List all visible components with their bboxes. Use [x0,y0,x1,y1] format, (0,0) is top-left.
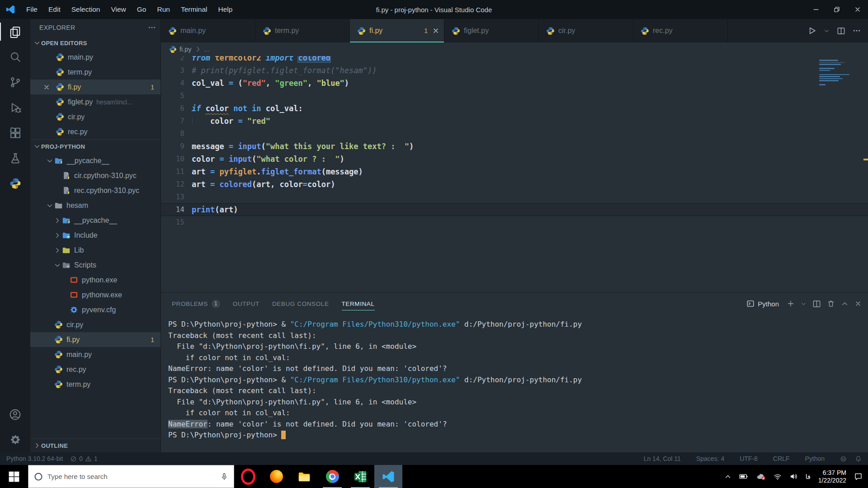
status-crlf[interactable]: CRLF [773,455,790,462]
panel-tab-terminal[interactable]: TERMINAL [342,293,375,314]
panel-tab-output[interactable]: OUTPUT [233,293,259,314]
taskbar-clock[interactable]: 6:37 PM 1/22/2022 [818,469,846,484]
open-editor-fi.py[interactable]: fi.py1 [30,80,160,94]
breadcrumb-file[interactable]: fi.py [179,46,192,53]
taskbar-search-box[interactable]: Type here to search [28,465,234,488]
maximize-button[interactable] [826,0,847,19]
start-button[interactable] [0,465,28,488]
activity-run-debug[interactable] [0,95,30,120]
close-icon[interactable] [43,84,50,91]
wifi-icon[interactable] [774,473,782,481]
run-button[interactable] [807,26,816,35]
open-editor-rec.py[interactable]: rec.py [30,124,160,139]
taskbar-app-chrome[interactable] [318,465,346,488]
status-feedback-button[interactable] [840,455,847,462]
tree-item-Include[interactable]: Include [30,228,160,243]
microphone-icon[interactable] [220,473,228,481]
status-python[interactable]: Python [805,455,825,462]
activity-explorer[interactable] [0,19,30,44]
open-editor-term.py[interactable]: term.py [30,65,160,80]
activity-account[interactable] [0,402,30,427]
action-center-icon[interactable] [854,472,863,481]
close-button[interactable] [847,0,868,19]
close-icon[interactable] [432,27,439,34]
minimap[interactable] [819,60,861,88]
open-editors-section-header[interactable]: OPEN EDITORS [30,36,160,50]
tree-item-cir.cpython-310.pyc[interactable]: cir.cpython-310.pyc [30,168,160,183]
tree-item-python.exe[interactable]: python.exe [30,272,160,287]
more-actions-button[interactable] [853,27,861,35]
close-panel-button[interactable] [854,300,862,307]
python-version[interactable]: Python 3.10.2 64-bit [6,455,63,462]
taskbar-app-firefox[interactable] [262,465,290,488]
problems-status[interactable]: 0 1 [70,455,98,462]
run-dropdown[interactable] [824,28,830,34]
menu-run[interactable]: Run [151,0,175,19]
volume-icon[interactable] [789,472,798,481]
split-editor-button[interactable] [837,27,845,35]
minimize-button[interactable] [806,0,826,19]
taskbar-app-excel[interactable] [346,465,374,488]
status-ln-14--col-11[interactable]: Ln 14, Col 11 [644,455,681,462]
menu-go[interactable]: Go [132,0,152,19]
tree-item-hesam[interactable]: hesam [30,198,160,213]
tab-main.py[interactable]: main.py [161,19,255,42]
split-terminal-button[interactable] [812,300,821,308]
kill-terminal-button[interactable] [827,300,835,308]
breadcrumb-more[interactable]: ... [204,46,210,53]
tab-term.py[interactable]: term.py [255,19,350,42]
menu-view[interactable]: View [105,0,131,19]
tree-item-__pycache__[interactable]: __pycache__ [30,153,160,168]
tray-expand-icon[interactable] [724,473,731,480]
open-editor-figlet.py[interactable]: figlet.pyhesam\Incl... [30,94,160,109]
terminal-shell-selector[interactable]: Python [746,300,779,308]
maximize-panel-button[interactable] [841,300,849,308]
taskbar-app-opera[interactable] [234,465,262,488]
onedrive-icon[interactable] [756,473,766,480]
new-terminal-button[interactable] [787,300,795,308]
tree-item-Lib[interactable]: Lib [30,243,160,258]
status-utf-8[interactable]: UTF-8 [740,455,758,462]
terminal-output[interactable]: PS D:\Python\proj-python> & "C:/Program … [161,314,868,452]
panel-tab-problems[interactable]: PROBLEMS1 [172,293,220,314]
battery-icon[interactable] [739,473,748,480]
explorer-more-actions-icon[interactable] [148,23,156,32]
tree-item-pyvenv.cfg[interactable]: pyvenv.cfg [30,302,160,317]
activity-search[interactable] [0,44,30,70]
tree-item-pythonw.exe[interactable]: pythonw.exe [30,287,160,302]
menu-terminal[interactable]: Terminal [175,0,213,19]
panel-tab-debug-console[interactable]: DEBUG CONSOLE [272,293,329,314]
activity-source-control[interactable] [0,70,30,95]
tree-item-term.py[interactable]: term.py [30,377,160,392]
tree-item-cir.py[interactable]: cir.py [30,317,160,332]
terminal-dropdown[interactable] [801,301,807,307]
language-indicator[interactable]: فا [806,473,811,480]
menu-selection[interactable]: Selection [66,0,106,19]
code-editor[interactable]: 2from termcolor2 import colored3# print(… [161,56,868,292]
activity-python-logo[interactable] [0,171,30,196]
tree-item-__pycache__[interactable]: __pycache__ [30,213,160,228]
tree-item-main.py[interactable]: main.py [30,347,160,362]
menu-edit[interactable]: Edit [43,0,66,19]
project-section-header[interactable]: PROJ-PYTHON [30,139,160,153]
tab-cir.py[interactable]: cir.py [539,19,633,42]
tab-fi.py[interactable]: fi.py1 [350,19,444,42]
open-editor-cir.py[interactable]: cir.py [30,109,160,124]
activity-settings[interactable] [0,427,30,452]
open-editor-main.py[interactable]: main.py [30,50,160,65]
tree-item-rec.cpython-310.pyc[interactable]: rec.cpython-310.pyc [30,183,160,198]
activity-extensions[interactable] [0,120,30,145]
tree-item-rec.py[interactable]: rec.py [30,362,160,377]
status-bell-button[interactable] [855,455,862,462]
tree-item-fi.py[interactable]: fi.py1 [30,332,160,347]
tree-item-Scripts[interactable]: Scripts [30,258,160,272]
outline-section-header[interactable]: OUTLINE [30,438,160,452]
menu-help[interactable]: Help [213,0,238,19]
menu-file[interactable]: File [21,0,43,19]
activity-testing[interactable] [0,145,30,171]
tab-figlet.py[interactable]: figlet.py [444,19,539,42]
breadcrumb[interactable]: fi.py ... [161,42,868,56]
taskbar-app-vscode[interactable] [374,465,402,488]
status-spaces[interactable]: Spaces: 4 [696,455,724,462]
taskbar-app-file-explorer[interactable] [290,465,318,488]
